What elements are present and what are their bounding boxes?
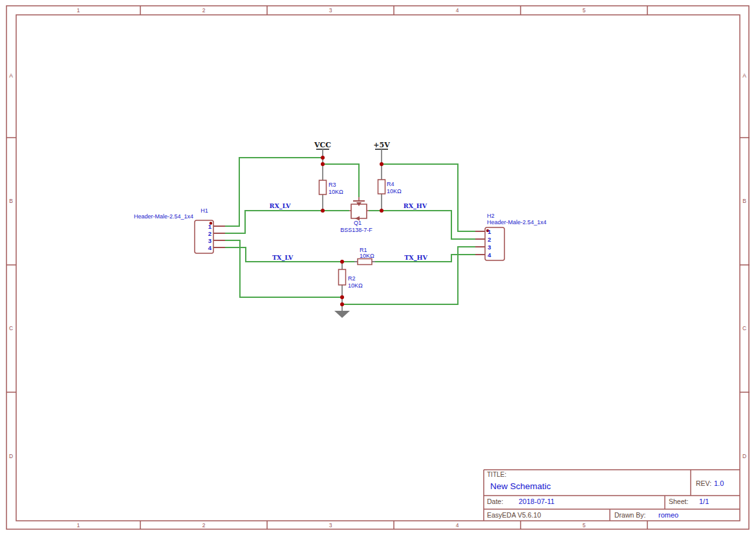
r2-value[interactable]: 10KΩ xyxy=(348,282,363,289)
drawn-by-value[interactable]: romeo xyxy=(658,511,678,519)
sheet-frame: 1 2 3 4 5 1 2 3 4 5 A B C D A B C D xyxy=(6,6,750,529)
title-label: TITLE: xyxy=(487,471,506,478)
r3-ref[interactable]: R3 xyxy=(329,182,336,188)
column-label-top: 2 xyxy=(202,7,206,14)
title-block: TITLE: New Schematic REV: 1.0 Date: 2018… xyxy=(484,470,740,521)
resistor-r3[interactable]: R3 10KΩ xyxy=(319,180,344,211)
header-h2[interactable]: H2 Header-Male-2.54_1x4 1 2 3 4 xyxy=(475,213,546,260)
sheet-label: Sheet: xyxy=(669,498,688,505)
drawn-by-label: Drawn By: xyxy=(614,511,645,519)
column-label-top: 5 xyxy=(583,7,586,14)
header-h1[interactable]: H1 Header-Male-2.54_1x4 1 2 3 4 xyxy=(134,207,225,253)
r2-body[interactable] xyxy=(339,269,346,285)
resistor-r4[interactable]: R4 10KΩ xyxy=(378,180,402,211)
frame-row-ticks xyxy=(6,138,750,392)
net-label-tx-lv[interactable]: TX_LV xyxy=(272,254,294,261)
frame-column-ticks xyxy=(140,6,647,529)
q1-ref[interactable]: Q1 xyxy=(354,220,362,226)
h2-name[interactable]: Header-Male-2.54_1x4 xyxy=(487,219,546,226)
column-label-bottom: 3 xyxy=(329,522,332,529)
column-label-bottom: 5 xyxy=(583,522,586,529)
h2-pin-number: 2 xyxy=(488,236,491,243)
h1-name[interactable]: Header-Male-2.54_1x4 xyxy=(134,213,193,220)
h1-pin-number: 3 xyxy=(208,237,211,244)
schematic-editor-canvas[interactable]: 1 2 3 4 5 1 2 3 4 5 A B C D A B C D VCC xyxy=(0,0,756,535)
plus5v-label[interactable]: +5V xyxy=(373,141,390,149)
r4-body[interactable] xyxy=(378,180,385,194)
wire-rx-hv[interactable] xyxy=(369,211,475,239)
column-label-top: 3 xyxy=(329,7,332,14)
rev-label: REV: xyxy=(696,479,711,487)
column-label-bottom: 4 xyxy=(456,522,459,529)
h1-ref[interactable]: H1 xyxy=(200,207,208,214)
row-label-left: D xyxy=(9,453,13,459)
junction-dot[interactable] xyxy=(321,209,325,213)
column-label-bottom: 1 xyxy=(77,522,80,529)
h2-pin-number: 1 xyxy=(488,228,491,235)
h1-pin-stubs xyxy=(213,226,225,247)
row-label-right: A xyxy=(742,72,746,79)
frame-outer-border xyxy=(6,6,749,529)
h2-pin-number: 4 xyxy=(488,251,491,258)
software-version: EasyEDA V5.6.10 xyxy=(487,511,541,519)
sheet-value[interactable]: 1/1 xyxy=(699,498,709,505)
resistor-r2[interactable]: R2 10KΩ xyxy=(339,262,363,297)
junction-dot[interactable] xyxy=(321,156,325,160)
frame-inner-border xyxy=(16,15,740,521)
q1-value[interactable]: BSS138-7-F xyxy=(340,227,373,233)
junction-dot[interactable] xyxy=(340,295,344,299)
row-label-left: C xyxy=(9,325,13,331)
r1-value[interactable]: 10KΩ xyxy=(360,253,374,259)
h2-pin-number: 3 xyxy=(488,244,491,251)
junction-dot[interactable] xyxy=(340,302,344,306)
row-label-right: C xyxy=(742,325,746,331)
rev-value[interactable]: 1.0 xyxy=(714,479,724,487)
r3-body[interactable] xyxy=(319,180,327,194)
r2-ref[interactable]: R2 xyxy=(348,275,356,282)
wire-5v-to-h2pin1[interactable] xyxy=(382,164,475,231)
sheet-title[interactable]: New Schematic xyxy=(490,481,551,491)
h1-pin-number: 2 xyxy=(208,230,211,237)
power-flag-5v[interactable]: +5V xyxy=(373,141,390,180)
gnd-triangle-icon xyxy=(334,311,350,318)
row-label-right: B xyxy=(742,198,746,204)
h2-ref[interactable]: H2 xyxy=(487,213,495,219)
resistor-r1[interactable]: R1 10KΩ xyxy=(354,247,375,265)
net-label-rx-lv[interactable]: RX_LV xyxy=(270,202,292,209)
junction-dot[interactable] xyxy=(340,260,344,264)
wire-h1pin3-to-gnd[interactable] xyxy=(225,240,342,297)
wire-h1pin1-to-vcc[interactable] xyxy=(225,158,323,226)
junction-dot[interactable] xyxy=(321,162,325,166)
ground-symbol[interactable] xyxy=(334,297,350,318)
column-label-top: 1 xyxy=(77,7,80,14)
row-label-right: D xyxy=(742,453,746,459)
junction-dot[interactable] xyxy=(380,209,383,213)
column-label-top: 4 xyxy=(456,7,459,14)
h2-pin-stubs xyxy=(475,231,485,255)
vcc-label[interactable]: VCC xyxy=(314,141,331,149)
date-value[interactable]: 2018-07-11 xyxy=(519,498,554,505)
h1-pin-number: 4 xyxy=(208,244,212,251)
wire-rx-lv[interactable] xyxy=(225,211,349,233)
power-flag-vcc[interactable]: VCC xyxy=(314,141,331,180)
row-label-left: A xyxy=(9,72,13,79)
r1-body[interactable] xyxy=(358,259,372,265)
junction-dot[interactable] xyxy=(380,162,383,166)
row-label-left: B xyxy=(9,198,13,204)
r4-value[interactable]: 10KΩ xyxy=(387,188,402,194)
r3-value[interactable]: 10KΩ xyxy=(329,189,343,195)
mosfet-q1[interactable]: Q1 BSS138-7-F xyxy=(340,197,373,233)
h1-pin-number: 1 xyxy=(208,223,212,230)
date-label: Date: xyxy=(487,498,503,505)
r4-ref[interactable]: R4 xyxy=(387,181,394,187)
net-label-tx-hv[interactable]: TX_HV xyxy=(404,254,427,261)
net-label-rx-hv[interactable]: RX_HV xyxy=(404,202,427,209)
column-label-bottom: 2 xyxy=(202,522,206,529)
